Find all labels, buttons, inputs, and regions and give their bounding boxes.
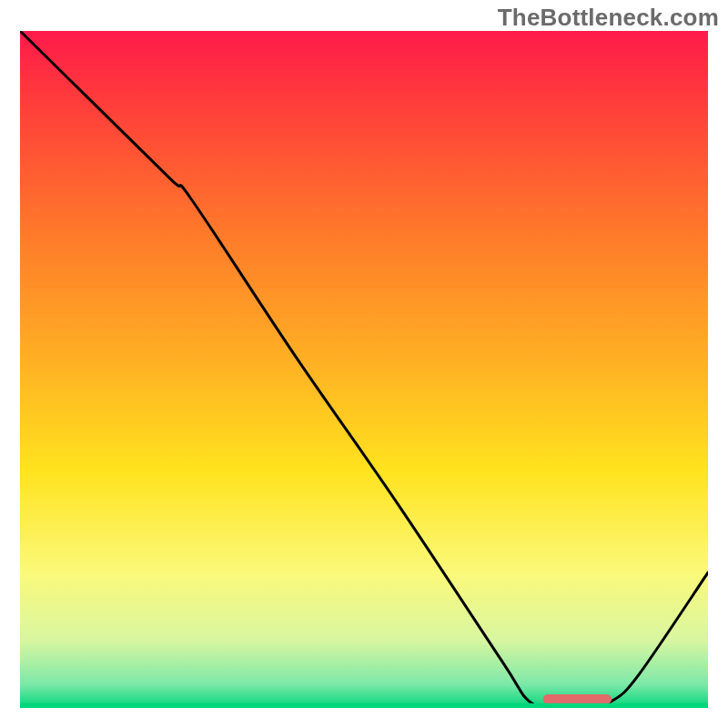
chart-svg <box>20 31 708 708</box>
watermark-text: TheBottleneck.com <box>498 4 719 32</box>
chart-container: TheBottleneck.com <box>0 0 728 728</box>
optimal-range-marker <box>543 694 612 703</box>
baseline-strip <box>20 703 708 708</box>
plot-area <box>20 31 708 708</box>
